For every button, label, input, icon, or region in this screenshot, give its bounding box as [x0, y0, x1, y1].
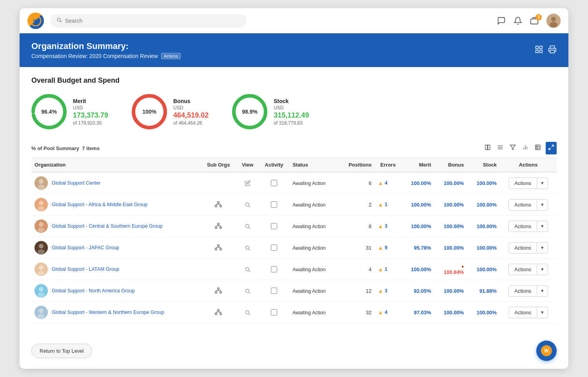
actions-dropdown-button[interactable]: ▼: [537, 286, 548, 295]
pencil-icon[interactable]: [240, 180, 255, 186]
search-view-icon[interactable]: [240, 310, 255, 315]
actions-main-button[interactable]: Actions: [509, 221, 537, 232]
grid-icon-btn[interactable]: [535, 45, 543, 56]
fab-workday-button[interactable]: W: [536, 341, 557, 361]
actions-dropdown-button[interactable]: ▼: [537, 200, 548, 209]
org-name-link[interactable]: Global Support - JAPAC Group: [52, 245, 119, 251]
expand-icon-btn[interactable]: [546, 142, 557, 154]
user-avatar[interactable]: [546, 14, 561, 28]
merit-value[interactable]: 95.78%: [414, 245, 431, 251]
table-icon-btn[interactable]: [533, 143, 543, 154]
org-name-link[interactable]: Global Support - LATAM Group: [52, 266, 120, 272]
svg-point-74: [39, 265, 44, 270]
chat-icon-btn[interactable]: [497, 16, 506, 25]
stock-value[interactable]: 100.00%: [477, 266, 497, 272]
merit-value[interactable]: 100.00%: [411, 223, 431, 229]
sub-orgs-icon[interactable]: [203, 309, 234, 316]
actions-dropdown-button[interactable]: ▼: [537, 221, 548, 231]
activity-checkbox[interactable]: [271, 223, 277, 229]
stock-value[interactable]: 91.88%: [479, 288, 497, 294]
workday-logo[interactable]: W: [27, 13, 44, 29]
actions-main-button[interactable]: Actions: [509, 286, 537, 296]
actions-button-group: Actions ▼: [508, 221, 548, 232]
stock-value[interactable]: 100.00%: [477, 223, 497, 229]
actions-main-button[interactable]: Actions: [509, 264, 537, 275]
briefcase-icon-btn[interactable]: 3: [530, 16, 539, 25]
search-view-icon[interactable]: [240, 245, 255, 251]
bonus-value[interactable]: 100.00%: [444, 288, 464, 294]
error-count[interactable]: 9: [385, 245, 388, 250]
error-count[interactable]: 3: [385, 288, 388, 294]
bonus-value[interactable]: 100.00%: [444, 202, 464, 208]
search-bar[interactable]: [50, 14, 246, 27]
activity-checkbox[interactable]: [271, 180, 277, 186]
error-count[interactable]: 1: [385, 202, 388, 207]
bonus-cell: 100.00%: [434, 194, 467, 216]
activity-checkbox[interactable]: [271, 201, 277, 208]
org-table: Organization Sub Orgs View Activity Stat…: [31, 158, 557, 323]
org-name-link[interactable]: Global Support - Central & Southern Euro…: [52, 223, 163, 229]
search-view-icon[interactable]: [240, 288, 255, 294]
activity-checkbox[interactable]: [271, 266, 277, 272]
merit-value[interactable]: 100.00%: [411, 202, 431, 208]
search-view-icon[interactable]: [240, 202, 255, 208]
svg-line-72: [249, 249, 250, 250]
merit-value[interactable]: 100.00%: [411, 180, 431, 186]
sub-orgs-icon[interactable]: [203, 244, 234, 251]
merit-value[interactable]: 97.03%: [414, 310, 431, 315]
org-name-link[interactable]: Global Support - Western & Northern Euro…: [52, 309, 164, 315]
view-cell: [236, 302, 258, 323]
activity-checkbox[interactable]: [271, 309, 277, 315]
actions-dropdown-button[interactable]: ▼: [537, 265, 548, 274]
table-section: % of Pool Summary 7 items: [31, 142, 557, 323]
actions-dropdown-button[interactable]: ▼: [537, 308, 548, 317]
activity-checkbox[interactable]: [271, 288, 277, 294]
split-view-icon-btn[interactable]: [483, 143, 492, 154]
view-cell: [236, 172, 258, 194]
summary-label: % of Pool Summary: [31, 145, 79, 151]
stock-value[interactable]: 100.00%: [477, 245, 497, 251]
sub-orgs-icon[interactable]: [203, 287, 234, 294]
actions-main-button[interactable]: Actions: [509, 307, 537, 318]
header-actions-badge[interactable]: Actions: [161, 53, 181, 59]
print-icon-btn[interactable]: [548, 45, 557, 56]
actions-main-button[interactable]: Actions: [509, 178, 537, 188]
budget-info-merit: Merit USD 173,373.79 of 179,910.30: [73, 98, 108, 126]
actions-main-button[interactable]: Actions: [509, 199, 537, 210]
actions-button-group: Actions ▼: [508, 307, 548, 318]
sub-orgs-icon[interactable]: [203, 201, 234, 208]
bonus-value[interactable]: 100.00%: [444, 310, 464, 315]
merit-value[interactable]: 92.05%: [414, 288, 431, 294]
error-count[interactable]: 4: [385, 180, 388, 186]
bonus-value[interactable]: 100.00%: [444, 223, 464, 229]
stock-value[interactable]: 100.00%: [477, 202, 497, 208]
actions-dropdown-button[interactable]: ▼: [537, 178, 548, 188]
bonus-value[interactable]: 100.00%: [444, 180, 464, 186]
stock-value[interactable]: 100.00%: [477, 310, 497, 315]
merit-value[interactable]: 100.00%: [411, 266, 431, 272]
chart-icon-btn[interactable]: [521, 143, 530, 154]
col-errors: Errors: [375, 158, 401, 172]
search-view-icon[interactable]: [240, 266, 255, 272]
error-count[interactable]: 3: [385, 223, 388, 229]
org-name-link[interactable]: Global Support - Africa & Middle East Gr…: [52, 201, 148, 208]
search-input[interactable]: [65, 18, 240, 24]
search-view-icon[interactable]: [240, 223, 255, 229]
return-to-top-level-button[interactable]: Return to Top Level: [31, 344, 92, 358]
activity-checkbox[interactable]: [271, 245, 277, 251]
list-view-icon-btn[interactable]: [495, 143, 505, 154]
bonus-value[interactable]: 100.84%: [444, 269, 464, 275]
svg-rect-40: [218, 202, 220, 203]
actions-main-button[interactable]: Actions: [509, 243, 537, 253]
sub-orgs-icon[interactable]: [203, 223, 234, 230]
stock-value[interactable]: 100.00%: [477, 180, 497, 186]
filter-icon-btn[interactable]: [508, 143, 517, 154]
subtitle-text: Compensation Review: 2020 Compensation R…: [31, 53, 158, 59]
actions-dropdown-button[interactable]: ▼: [537, 243, 548, 252]
error-count[interactable]: 1: [385, 266, 388, 272]
error-count[interactable]: 4: [385, 310, 388, 315]
org-name-link[interactable]: Global Support Center: [52, 180, 100, 186]
bell-icon-btn[interactable]: [514, 16, 522, 25]
org-name-link[interactable]: Global Support - North America Group: [52, 288, 135, 294]
bonus-value[interactable]: 100.00%: [444, 245, 464, 251]
